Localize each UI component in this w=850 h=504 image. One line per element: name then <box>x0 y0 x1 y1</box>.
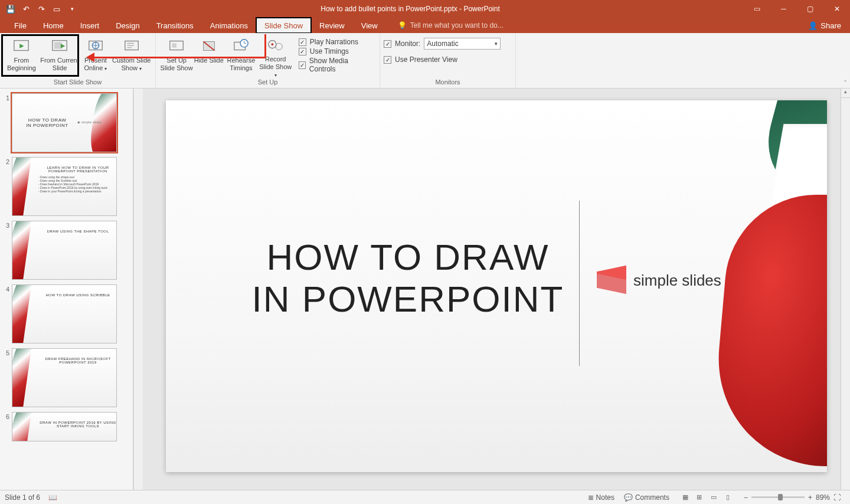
main-area: 1 HOW TO DRAWIN POWERPOINT ◆ simple slid… <box>0 89 850 490</box>
lightbulb-icon: 💡 <box>398 21 407 30</box>
slide-logo[interactable]: simple slides <box>597 269 721 292</box>
zoom-level[interactable]: 89% <box>816 493 830 502</box>
fit-to-window-button[interactable]: ⛶ <box>833 493 841 502</box>
tab-design[interactable]: Design <box>107 18 148 33</box>
tell-me-search[interactable]: 💡 Tell me what you want to do... <box>386 18 504 33</box>
slide-thumbnail-3[interactable]: DRAW USING THE SHAPE TOOL <box>12 221 117 280</box>
from-beginning-icon <box>12 37 31 55</box>
tab-view[interactable]: View <box>353 18 386 33</box>
record-slide-show-label: Record Slide Show ▾ <box>259 55 293 79</box>
svg-marker-1 <box>20 44 25 48</box>
hide-slide-icon <box>200 37 218 55</box>
tab-file[interactable]: File <box>6 18 35 33</box>
use-timings-label: Use Timings <box>310 47 349 55</box>
svg-marker-4 <box>61 44 66 48</box>
annotation-arrow-vertical <box>264 34 266 58</box>
custom-slide-show-label: Custom Slide Show ▾ <box>112 57 152 73</box>
monitor-checkbox[interactable]: ✓ <box>384 40 391 48</box>
ribbon-display-options-icon[interactable]: ▭ <box>744 5 770 13</box>
slide-thumbnail-2[interactable]: LEARN HOW TO DRAW IN YOUR POWERPOINT PRE… <box>12 157 117 216</box>
set-up-slide-show-button[interactable]: Set Up Slide Show <box>159 35 194 77</box>
monitor-label: Monitor: <box>395 40 420 48</box>
rehearse-timings-button[interactable]: Rehearse Timings <box>224 35 258 77</box>
close-button[interactable]: ✕ <box>823 0 850 18</box>
show-media-label: Show Media Controls <box>309 57 370 73</box>
thumb-number: 1 <box>2 93 12 152</box>
slide-thumbnails-panel: 1 HOW TO DRAWIN POWERPOINT ◆ simple slid… <box>0 89 133 490</box>
from-current-slide-label: From Current Slide <box>40 57 80 72</box>
undo-icon[interactable]: ↶ <box>21 4 31 14</box>
notes-button[interactable]: ≣ Notes <box>583 490 619 504</box>
spell-check-icon[interactable]: 📖 <box>40 493 57 502</box>
redo-icon[interactable]: ↷ <box>37 4 46 14</box>
play-narrations-checkbox[interactable]: ✓Play Narrations <box>299 38 370 46</box>
monitors-group-label: Monitors <box>380 77 515 88</box>
tab-transitions[interactable]: Transitions <box>148 18 202 33</box>
svg-rect-12 <box>172 43 177 48</box>
normal-view-button[interactable]: ▦ <box>679 492 692 503</box>
from-beginning-button[interactable]: From Beginning <box>4 35 40 77</box>
svg-point-21 <box>276 43 282 50</box>
comments-button[interactable]: 💬 Comments <box>619 490 674 504</box>
set-up-icon <box>167 37 186 55</box>
thumb-number: 4 <box>2 284 12 343</box>
zoom-slider[interactable] <box>751 496 805 498</box>
collapse-ribbon-icon[interactable]: ˆ <box>844 80 846 87</box>
from-current-slide-button[interactable]: From Current Slide <box>40 35 80 77</box>
tell-me-placeholder: Tell me what you want to do... <box>410 21 504 30</box>
thumb-number: 6 <box>2 412 12 441</box>
zoom-controls: − + 89% ⛶ <box>739 493 845 502</box>
slide-thumbnail-1[interactable]: HOW TO DRAWIN POWERPOINT ◆ simple slides <box>12 93 117 152</box>
zoom-in-button[interactable]: + <box>808 493 812 502</box>
hide-slide-button[interactable]: Hide Slide <box>194 35 224 77</box>
tab-insert[interactable]: Insert <box>72 18 108 33</box>
thumb-number: 5 <box>2 348 12 407</box>
maximize-button[interactable]: ▢ <box>797 0 823 18</box>
slide-canvas[interactable]: HOW TO DRAWIN POWERPOINT simple slides <box>166 100 827 472</box>
reading-view-button[interactable]: ▭ <box>707 492 720 503</box>
slide-sorter-button[interactable]: ⊞ <box>693 492 706 503</box>
thumb-number: 2 <box>2 157 12 216</box>
from-beginning-label: From Beginning <box>4 57 40 72</box>
monitor-dropdown[interactable]: Automatic ▾ <box>424 38 501 50</box>
set-up-group-label: Set Up <box>156 77 380 88</box>
ribbon-tabs: File Home Insert Design Transitions Anim… <box>0 18 850 33</box>
scroll-up-icon[interactable]: ▴ <box>841 89 850 98</box>
slide-thumbnail-5[interactable]: DRAW FREEHAND IN MICROSOFT POWERPOINT 20… <box>12 348 117 407</box>
slide-editor: HOW TO DRAWIN POWERPOINT simple slides ▴ <box>143 89 850 490</box>
slide-show-view-button[interactable]: ▯ <box>721 492 734 503</box>
record-icon <box>266 37 285 54</box>
tab-slide-show[interactable]: Slide Show <box>256 18 311 33</box>
editor-scrollbar[interactable]: ▴ <box>841 89 850 490</box>
monitor-value: Automatic <box>427 40 458 48</box>
rehearse-timings-icon <box>231 37 250 55</box>
tab-review[interactable]: Review <box>311 18 353 33</box>
qat-more-icon[interactable]: ▾ <box>67 4 77 14</box>
share-button[interactable]: 👤 Share <box>799 18 850 33</box>
show-media-controls-checkbox[interactable]: ✓Show Media Controls <box>299 57 370 73</box>
use-timings-checkbox[interactable]: ✓Use Timings <box>299 47 370 55</box>
chevron-down-icon: ▾ <box>495 41 498 47</box>
slide-title-text[interactable]: HOW TO DRAWIN POWERPOINT <box>243 236 573 320</box>
start-from-beginning-icon[interactable]: ▭ <box>52 4 61 14</box>
slide-thumbnail-6[interactable]: DRAW IN POWERPOINT 2016 BY USING START I… <box>12 412 117 441</box>
zoom-out-button[interactable]: − <box>744 493 748 502</box>
slide-counter: Slide 1 of 6 <box>5 493 40 502</box>
annotation-arrow <box>89 57 266 58</box>
save-icon[interactable]: 💾 <box>6 4 15 14</box>
tab-home[interactable]: Home <box>35 18 72 33</box>
comments-label: Comments <box>635 493 669 502</box>
minimize-button[interactable]: ─ <box>770 0 797 18</box>
quick-access-toolbar: 💾 ↶ ↷ ▭ ▾ <box>0 4 77 14</box>
share-icon: 👤 <box>808 21 818 30</box>
use-presenter-view-checkbox[interactable]: ✓Use Presenter View <box>384 55 457 64</box>
thumbnails-scrollbar[interactable] <box>133 89 143 490</box>
title-bar: 💾 ↶ ↷ ▭ ▾ How to add bullet points in Po… <box>0 0 850 18</box>
custom-slide-show-button[interactable]: Custom Slide Show ▾ <box>112 35 152 77</box>
record-slide-show-button[interactable]: Record Slide Show ▾ <box>259 35 293 77</box>
document-title: How to add bullet points in PowerPoint.p… <box>77 5 744 13</box>
tab-animations[interactable]: Animations <box>202 18 256 33</box>
from-current-slide-icon <box>50 37 69 55</box>
slide-thumbnail-4[interactable]: HOW TO DRAW USING SCRIBBLE <box>12 284 117 343</box>
svg-point-20 <box>271 43 273 45</box>
